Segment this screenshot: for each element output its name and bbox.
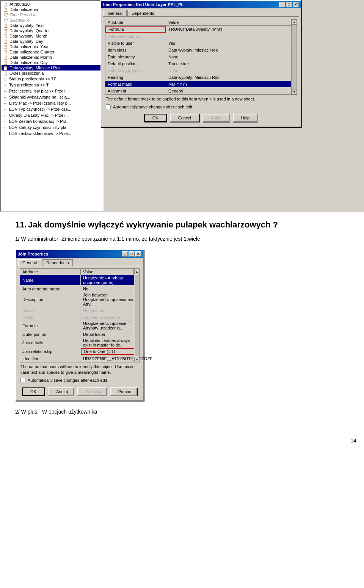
minimize-button[interactable]: _	[279, 2, 285, 7]
tree-item[interactable]: 📋Składnik io	[2, 17, 103, 23]
tree-item[interactable]: 📋Data wyplaty: Month	[2, 33, 103, 39]
join-apply-button[interactable]: Zastosuj	[77, 387, 107, 396]
link-icon: ↔	[2, 131, 8, 136]
props-row[interactable]: Visible to userYes	[105, 40, 297, 47]
doc-icon: 📋	[2, 50, 8, 54]
ok-button[interactable]: OK	[144, 114, 167, 122]
join-help-button[interactable]: Pomoc	[110, 387, 137, 396]
tree-item[interactable]: 📋Time Period Io	[2, 12, 103, 17]
tree-item[interactable]: ↔LOV statusy czynności listy pła...	[2, 124, 103, 130]
join-dialog-title: Join Properties	[18, 252, 48, 256]
join-props-row[interactable]: Join relationshipOne to One (1:1)	[20, 348, 139, 355]
tree-item[interactable]: 📋Data naliczenia: Quarter	[2, 49, 103, 55]
join-props-row[interactable]: NameUrządzenie - Atrybuty urządzeń (oute…	[20, 275, 139, 285]
help-button[interactable]: Help	[233, 114, 258, 122]
props-row[interactable]: Database column	[105, 33, 297, 40]
tree-item[interactable]: 📋Data naliczenia: Year	[2, 44, 103, 49]
dialog-buttons: OK Cancel Apply Help	[105, 111, 297, 124]
join-scroll-thumb[interactable]	[135, 274, 139, 356]
tab-general[interactable]: General	[104, 10, 127, 16]
doc-icon: 📋	[2, 44, 8, 49]
join-props-row[interactable]: DetailAtrybuty urządzenia	[20, 314, 139, 321]
join-dialog-buttons: OK Anuluj Zastosuj Pomoc	[20, 385, 140, 398]
screenshot-area: 📋Attribute20📋Data naliczenia📋Time Period…	[0, 0, 364, 212]
tree-item-label: Przeliczenia listy plac -> Przeli...	[9, 89, 69, 93]
step2-text: 2/ W plus - W opcjach użytkownika	[15, 409, 349, 415]
join-props-row[interactable]: DescriptionJoin between Urządzenie.Urząd…	[20, 292, 139, 307]
join-scroll-up[interactable]: ▲	[134, 269, 140, 274]
tree-item[interactable]: 📋Data wyplaty: Day	[2, 39, 103, 44]
tree-item[interactable]: 📋Attribute20	[2, 2, 103, 7]
scroll-thumb[interactable]	[292, 25, 296, 89]
join-auto-save-checkbox[interactable]	[20, 378, 25, 383]
tree-item[interactable]: 📋Okres przeliczenia	[2, 71, 103, 76]
apply-button[interactable]: Apply	[202, 114, 230, 122]
props-row[interactable]: Default positionTop or side	[105, 60, 297, 67]
val-input[interactable]	[168, 82, 294, 86]
tree-item[interactable]: ↔LOV Typ czynnosci -> Przelicze...	[2, 106, 103, 112]
join-props-row[interactable]: Outer join onDetail folder	[20, 331, 139, 338]
val-cell: Yes	[166, 40, 297, 46]
scroll-up[interactable]: ▲	[292, 19, 297, 25]
tree-item[interactable]: ↔LOV Zestaw konsolidacj -> Prz...	[2, 118, 103, 124]
tree-item-label: Data wyplaty: Quarter	[9, 28, 50, 33]
join-dialog-tabs: General Dependents	[16, 258, 143, 266]
props-row[interactable]: Default aggregateNone	[105, 67, 297, 74]
tree-item-label: Okres przeliczenia	[9, 71, 44, 75]
attr-cell: Default aggregate	[105, 67, 166, 74]
join-close-button[interactable]: ✕	[135, 251, 141, 257]
item-properties-dialog[interactable]: Item Properties: End User Layer PPL_PL _…	[100, 0, 301, 127]
tree-item[interactable]: ▽Status przeliczenia <> 'U'	[2, 76, 103, 82]
val-cell	[166, 81, 297, 87]
val-cell: Top or side	[166, 60, 297, 67]
props-row[interactable]: Format mask	[105, 81, 297, 88]
join-props-row[interactable]: Join detailsDetail item values always ex…	[20, 338, 139, 348]
link-icon: ↔	[2, 107, 8, 112]
tree-item[interactable]: ↔Składniki wykazywane na liscia...	[2, 94, 103, 100]
join-attr-cell: Name	[20, 275, 81, 285]
tree-item[interactable]: ↔Okresy Dla Listy Płac -> Przeli...	[2, 112, 103, 118]
maximize-button[interactable]: □	[286, 2, 292, 7]
titlebar-buttons: _ □ ✕	[279, 2, 299, 7]
tree-item[interactable]: 📋Data wyplaty: Quarter	[2, 28, 103, 33]
auto-save-checkbox[interactable]	[106, 104, 111, 109]
props-row[interactable]: Date hierarchyNone	[105, 53, 297, 60]
props-row[interactable]: FormulaTRUNC("Data wypłaty",'MM')	[105, 26, 297, 33]
tree-item[interactable]: ↔Przeliczenia listy plac -> Przeli...	[2, 88, 103, 94]
join-ok-button[interactable]: OK	[22, 387, 45, 396]
tree-item[interactable]: ↔Listy Plac -> Przeliczenia listy p...	[2, 100, 103, 106]
props-row[interactable]: HeadingData wyplaty: Miesiac i Rok	[105, 74, 297, 81]
join-cancel-button[interactable]: Anuluj	[48, 387, 74, 396]
join-props-row[interactable]: Auto generate nameNo	[20, 285, 139, 292]
tree-item[interactable]: 📋Data wyplaty: Miesiac i Rok	[2, 65, 103, 71]
tree-item-label: Listy Plac -> Przeliczenia listy p...	[9, 101, 71, 105]
join-tab-general[interactable]: General	[18, 259, 41, 266]
join-props-row[interactable]: MasterUrządzenie	[20, 307, 139, 314]
tab-dependents[interactable]: Dependents	[127, 10, 158, 16]
doc-icon: 📋	[2, 18, 8, 22]
cancel-button[interactable]: Cancel	[170, 114, 199, 122]
tree-item[interactable]: 📋Data naliczenia	[2, 7, 103, 12]
tree-item[interactable]: 📋Data wyplaty: Year	[2, 23, 103, 28]
join-tab-dependents[interactable]: Dependents	[42, 259, 73, 266]
props-row[interactable]: AlignmentGeneral	[105, 88, 297, 94]
props-row[interactable]: Item classData wyplaty: miesiac i rok	[105, 47, 297, 53]
join-auto-save-label: Automatically save changes after each ed…	[28, 378, 107, 383]
join-props-row[interactable]: IdentifierURZDZENIE__ATRYBUTY_URZDZE	[20, 355, 139, 362]
filter-icon: ▽	[2, 82, 8, 88]
join-props-row[interactable]: FormulaUrządzenie.Urządzenie = Atrybuty …	[20, 321, 139, 331]
tree-item[interactable]: 📋Data naliczenia: Day	[2, 60, 103, 65]
section-number: 11.	[15, 220, 27, 229]
tree-item[interactable]: ↔LOV zestaw składnikow -> Prze...	[2, 130, 103, 136]
join-minimize-button[interactable]: _	[122, 251, 128, 257]
scroll-down[interactable]: ▼	[292, 89, 297, 94]
tree-item[interactable]: ▽Typ przeliczenia <> 'I'	[2, 82, 103, 88]
join-scrollbar-vertical[interactable]: ▲ ▼	[134, 269, 139, 362]
close-button[interactable]: ✕	[293, 2, 299, 7]
scrollbar-vertical[interactable]: ▲ ▼	[291, 19, 297, 94]
join-properties-dialog[interactable]: Join Properties _ □ ✕ General Dependents…	[15, 249, 144, 401]
join-scroll-down[interactable]: ▼	[134, 357, 140, 362]
section-title: Jak domyślnie wyłączyć wykrywanie pułape…	[28, 220, 278, 229]
join-maximize-button[interactable]: □	[129, 251, 135, 257]
tree-item[interactable]: 📋Data naliczenia: Month	[2, 55, 103, 60]
